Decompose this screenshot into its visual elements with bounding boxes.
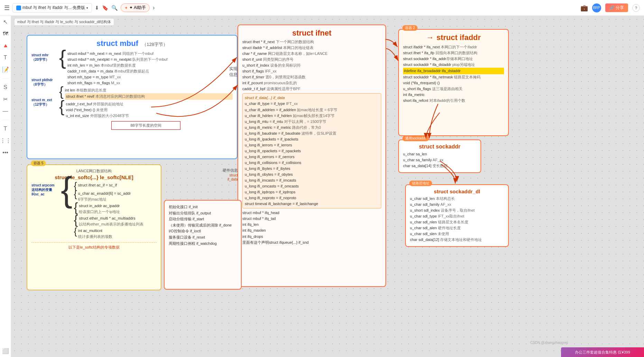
ifnet-ifi2: u_char ifi_addrlen = if_addrlen 如mac地址长度… bbox=[245, 107, 379, 113]
share-label: 🔗 分享 bbox=[609, 5, 624, 10]
lesoftc-comment: LANCE网口数据结构 bbox=[31, 168, 157, 174]
ifqueue-f3: 启动分组传输 if_start bbox=[169, 216, 237, 222]
ifnet-ifq6: 里面有这个声明struct ifqueue{...} if_snd bbox=[242, 240, 381, 245]
ifaddr-f5: #define ifa_broadaddr ifa_dstaddr bbox=[403, 68, 504, 74]
pkthdr-group: { int len 本组数据的总长度 struct ifnet * revif … bbox=[59, 87, 233, 100]
ifnet-stat9: u_long ifi_omcasts = if_omcasts bbox=[245, 183, 379, 189]
mhr-fields: struct mbuf * mh_next = m_next 同组的下一个mbu… bbox=[67, 51, 233, 86]
mbuf-content: struct mhr（20字节） struct pkthdr（8字节） stru… bbox=[31, 51, 233, 132]
canvas[interactable]: mbuf 与 ifnet 与 ifaddr 与 le_softc 与 socka… bbox=[11, 16, 644, 357]
user-badge[interactable]: BRP bbox=[592, 3, 601, 12]
sockaddr-f1: u_char sa_len bbox=[403, 151, 476, 157]
tab-dropdown-icon[interactable]: ▾ bbox=[86, 6, 88, 10]
ifnet-stat8: u_long ifi_imcasts = if_imcasts bbox=[245, 177, 379, 183]
ac-multi-bracket: { bbox=[74, 215, 78, 227]
mext-field-1: caddr_t ext_buf 外部簇的起始地址 bbox=[66, 101, 233, 107]
tab-item-main[interactable]: mbuf 与 ifnet 与 ifaddr 与...·免费版 ▾ bbox=[12, 3, 92, 12]
ifnet-title: struct ifnet bbox=[292, 29, 332, 37]
sidebar-shape-icon[interactable]: 🔺 bbox=[2, 42, 9, 49]
ifnet-f7: short if_timer 置0，则禁用定时器函数 bbox=[242, 74, 381, 80]
lesoftc-note: 以下是le_softc结构的专项数据 bbox=[31, 242, 157, 250]
sockaddr-f3: char sa_data[14] 变长数组 bbox=[403, 163, 476, 169]
ifnet-f8: int if_pcount promiscuous杂乱的 bbox=[242, 80, 381, 86]
sidebar-text-icon[interactable]: T bbox=[4, 55, 7, 61]
pkthdr-label: struct pkthdr（8字节） bbox=[31, 78, 59, 87]
ai-assistant-btn[interactable]: ✦ ✦ AI助手 bbox=[121, 3, 150, 12]
mbuf-title: struct mbuf bbox=[96, 39, 138, 48]
pkthdr-fields: int len 本组数据的总长度 struct ifnet * revif 本消… bbox=[65, 87, 233, 100]
ac-cnt-f2: 统计多播列表的项数 bbox=[78, 234, 112, 240]
help-icon[interactable]: ? bbox=[632, 4, 640, 12]
ifnet-stat11: u_long ifi_noproto = if_noproto bbox=[245, 195, 379, 201]
ac-cnt-group: { int ac_multicnt 统计多播列表的项数 bbox=[74, 228, 157, 240]
topbar-actions: 💼 BRP 🔗 分享 ? bbox=[580, 3, 640, 12]
ifnet-ifq3: int ifq_len bbox=[242, 222, 381, 228]
space-label: 88字节长度的空间 bbox=[111, 121, 180, 130]
sockaddr-dl-title: struct sockaddr_dl bbox=[410, 189, 504, 194]
arpcom-label: struct arpcom这结构的变量叫sc_ac bbox=[31, 182, 61, 240]
ifnet-stat10: u_long ifi_iqdrops = if_iqdrops bbox=[245, 189, 379, 195]
sidebar-screenshot-icon[interactable]: ⬜ bbox=[2, 348, 9, 354]
box-sockaddr-dl: 链路层地址 struct sockaddr_dl u_char sdl_len … bbox=[405, 184, 509, 247]
ifnet-f2: struct ifaddr * if_addrlist 本网口的地址链表 bbox=[242, 45, 381, 51]
ac-cnt-bracket: { bbox=[74, 227, 77, 240]
ac-multi-f2: 以结构ether_multi表示的多播地址列表 bbox=[79, 221, 143, 227]
more-icon[interactable]: › bbox=[152, 4, 155, 11]
mbuf-field-2: struct mbuf * mh_nextpkt = m_nextpkt 队列里… bbox=[67, 57, 233, 62]
briefcase-icon[interactable]: 💼 bbox=[580, 4, 588, 12]
search-icon[interactable]: 🔍 bbox=[111, 5, 118, 11]
bottom-promo-bar[interactable]: 办公三件套超值合集特惠 仅¥399 bbox=[561, 347, 644, 357]
ifaddr-arrow-icon: → bbox=[426, 33, 434, 42]
sidebar-line-icon[interactable]: — bbox=[3, 108, 8, 114]
mext-field-2: void (*ext_free) () 未使用 bbox=[66, 107, 233, 113]
ac-if-group: { struct ifnet ac_if = sc_if bbox=[74, 182, 157, 190]
sidebar: ↖ 🗺 🔺 T 📝 S ✂ — T ⋮⋮ ••• ⬜ bbox=[0, 16, 11, 357]
mext-label: struct m_ext（12字节） bbox=[31, 98, 59, 107]
ifaddr-badge: 容器 2 bbox=[402, 25, 418, 31]
sidebar-more-icon[interactable]: ••• bbox=[2, 149, 8, 156]
sidebar-divider-1 bbox=[2, 78, 9, 79]
ac-ip-f2: 给该接口的上一个ip地址 bbox=[79, 209, 120, 215]
ac-ip-fields: struct in_addr ac_ipaddr 给该接口的上一个ip地址 bbox=[79, 203, 120, 215]
ifnet-ifdata-label: struct if_data{...} if_data bbox=[245, 95, 379, 101]
ifnet-stat3: u_long ifi_opackets = if_opackets bbox=[245, 148, 379, 154]
ifaddr-title: struct ifaddr bbox=[436, 33, 480, 42]
pkthdr-bracket: { bbox=[59, 86, 64, 97]
ifaddr-f10: short ifa_refcnt 对本ifaddr的引用个数 bbox=[403, 98, 504, 104]
sdl-f5: u_char sdl_nlen 链路层文本名长度 bbox=[410, 219, 504, 225]
lesoftc-content: struct arpcom这结构的变量叫sc_ac { { struct ifn… bbox=[31, 182, 157, 240]
box-lesoftc: 容器 5 LANCE网口数据结构 struct le_softc{...} le… bbox=[27, 164, 161, 290]
sockaddr-dl-badge: 链路层地址 bbox=[409, 181, 432, 186]
ifqueue-f2: 对输出分组排队 if_output bbox=[169, 210, 237, 216]
ifaddr-f2: struct ifnet * ifa_ifp 回指向本网口的数据结构 bbox=[403, 50, 504, 56]
sdl-f3: u_short sdl_index 设备序号，取自ifnet bbox=[410, 208, 504, 213]
sidebar-map-icon[interactable]: 🗺 bbox=[3, 31, 8, 37]
lesoftc-badge: 容器 5 bbox=[31, 161, 46, 166]
arpcom-group: { { struct ifnet ac_if = sc_if { bbox=[61, 182, 157, 240]
bookmark-icon[interactable]: 🔖 bbox=[102, 5, 109, 11]
sidebar-pen-icon[interactable]: S bbox=[3, 84, 7, 90]
sidebar-scissors-icon[interactable]: ✂ bbox=[3, 96, 8, 103]
box-sockaddr: 通用sockaddr struct sockaddr u_char sa_len… bbox=[398, 139, 481, 173]
ifnet-ifi3: u_char ifi_hdrlen = if_hdrlen 如mac帧头部长度1… bbox=[245, 113, 379, 119]
ifnet-f4: short if_unit 同类型网口的序号 bbox=[242, 57, 381, 62]
hardware-info-label: 硬件信息struct if_data bbox=[222, 168, 238, 181]
share-button[interactable]: 🔗 分享 bbox=[605, 3, 628, 12]
ifaddr-title-area: → struct ifaddr bbox=[403, 33, 504, 42]
mbuf-field-6: short mh_flags = m_flags M_xx bbox=[67, 80, 233, 86]
ifnet-ifq1: struct mbuf * ifq_head bbox=[242, 210, 381, 216]
topbar: ☰ mbuf 与 ifnet 与 ifaddr 与...·免费版 ▾ ⬇ 🔖 🔍… bbox=[0, 0, 644, 16]
ac-if-f1: struct ifnet ac_if = sc_if bbox=[78, 182, 117, 188]
tab-area: mbuf 与 ifnet 与 ifaddr 与...·免费版 ▾ bbox=[12, 3, 92, 12]
download-icon[interactable]: ⬇ bbox=[95, 5, 99, 11]
sidebar-note-icon[interactable]: 📝 bbox=[2, 66, 9, 73]
sockaddr-f2: u_char sa_family AF_xx bbox=[403, 157, 476, 163]
sidebar-divider-2 bbox=[2, 120, 9, 120]
sidebar-text2-icon[interactable]: T bbox=[4, 126, 7, 132]
sidebar-cursor-icon[interactable]: ↖ bbox=[3, 19, 8, 25]
ifaddr-f9: int ifa_metric bbox=[403, 92, 504, 98]
ifnet-f6: short if_flags IFF_xx bbox=[242, 68, 381, 74]
menu-icon[interactable]: ☰ bbox=[4, 4, 10, 12]
mhr-label: struct mhr（20字节） bbox=[31, 53, 59, 62]
sidebar-grid-icon[interactable]: ⋮⋮ bbox=[0, 137, 11, 144]
